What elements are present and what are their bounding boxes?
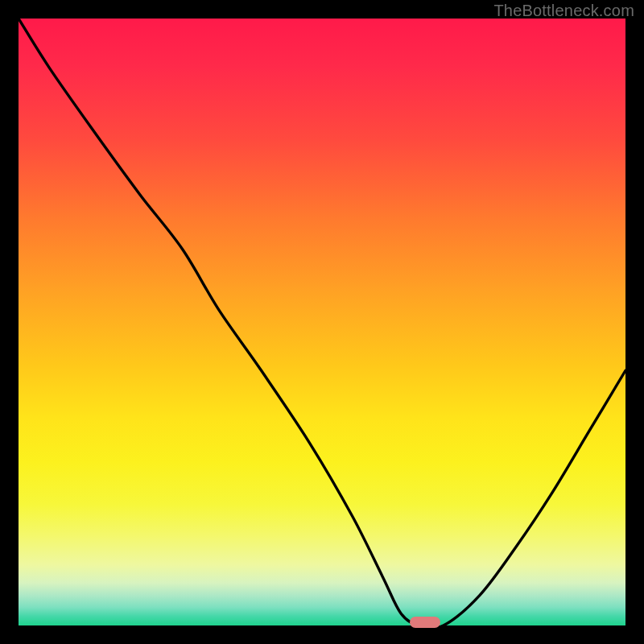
- bottleneck-curve-path: [19, 19, 625, 625]
- watermark-label: TheBottleneck.com: [493, 2, 634, 20]
- chart-frame: TheBottleneck.com: [0, 0, 644, 644]
- curve-svg: [19, 19, 625, 625]
- plot-area: [19, 19, 625, 625]
